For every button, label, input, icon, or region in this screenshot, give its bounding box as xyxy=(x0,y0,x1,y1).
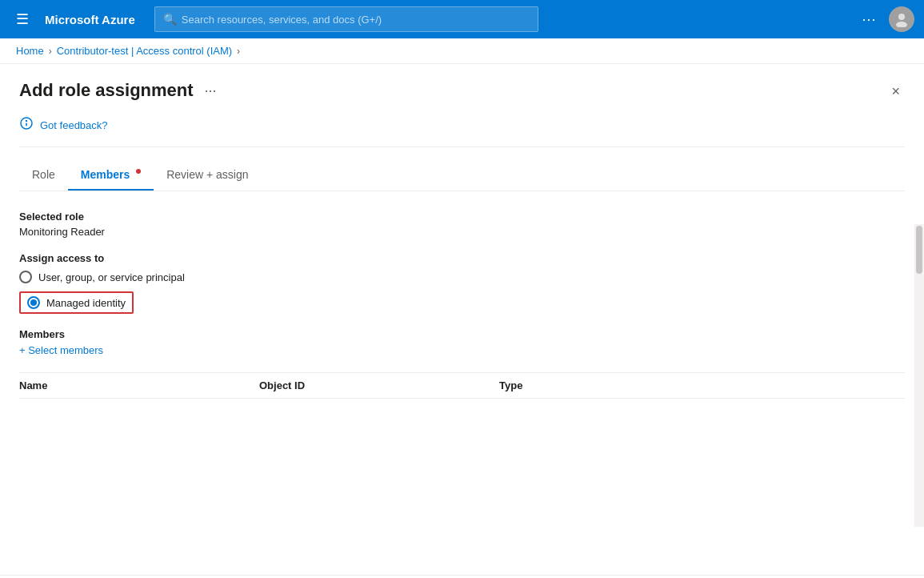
close-button[interactable]: × xyxy=(886,80,905,103)
more-options-icon[interactable]: ⋯ xyxy=(855,7,882,31)
app-title: Microsoft Azure xyxy=(45,13,135,26)
feedback-row[interactable]: Got feedback? xyxy=(19,116,905,147)
page-title: Add role assignment xyxy=(19,80,194,101)
svg-point-0 xyxy=(898,14,905,20)
tab-role[interactable]: Role xyxy=(19,160,68,191)
breadcrumb-contributor[interactable]: Contributor-test | Access control (IAM) xyxy=(57,45,232,57)
scroll-thumb[interactable] xyxy=(916,226,922,274)
breadcrumb-sep-1: › xyxy=(49,46,52,57)
panel-more-options-icon[interactable]: ··· xyxy=(202,81,220,101)
assign-access-label: Assign access to xyxy=(19,252,905,264)
radio-user-group-label: User, group, or service principal xyxy=(38,271,185,283)
members-label: Members xyxy=(19,328,905,340)
radio-unchecked-icon xyxy=(19,271,32,283)
tab-role-label: Role xyxy=(32,168,55,181)
tab-members[interactable]: Members xyxy=(68,160,154,191)
topbar-right: ⋯ xyxy=(855,6,914,32)
feedback-icon xyxy=(19,116,34,134)
tab-members-label: Members xyxy=(81,168,130,181)
table-header: Name Object ID Type xyxy=(19,372,905,399)
selected-role-label: Selected role xyxy=(19,211,905,223)
feedback-label: Got feedback? xyxy=(40,119,108,131)
breadcrumb-home[interactable]: Home xyxy=(16,45,44,57)
footer: Review + assign Previous Next xyxy=(0,575,924,578)
select-members-link[interactable]: + Select members xyxy=(19,344,103,356)
select-members-label: + Select members xyxy=(19,344,103,356)
breadcrumb-sep-2: › xyxy=(237,46,240,57)
search-icon: 🔍 xyxy=(163,13,177,26)
search-bar[interactable]: 🔍 xyxy=(154,6,538,32)
tabs: Role Members Review + assign xyxy=(19,160,905,191)
table-col-name: Name xyxy=(19,379,259,391)
svg-point-1 xyxy=(896,22,907,27)
selected-role-section: Selected role Monitoring Reader xyxy=(19,211,905,238)
panel-title-row: Add role assignment ··· xyxy=(19,80,220,101)
managed-identity-highlight: Managed identity xyxy=(19,291,134,314)
radio-checked-icon xyxy=(27,296,40,309)
search-input[interactable] xyxy=(182,14,530,26)
table-col-objectid: Object ID xyxy=(259,379,499,391)
radio-managed-identity[interactable]: Managed identity xyxy=(19,291,905,314)
table-col-type: Type xyxy=(499,379,905,391)
tab-review[interactable]: Review + assign xyxy=(154,160,261,191)
panel-header: Add role assignment ··· × xyxy=(19,80,905,103)
tab-members-dot xyxy=(136,169,141,174)
selected-role-value: Monitoring Reader xyxy=(19,226,905,238)
main-panel: Add role assignment ··· × Got feedback? … xyxy=(0,64,924,575)
avatar[interactable] xyxy=(889,6,914,32)
radio-managed-identity-label: Managed identity xyxy=(46,297,126,309)
breadcrumb: Home › Contributor-test | Access control… xyxy=(0,38,924,64)
topbar: ☰ Microsoft Azure 🔍 ⋯ xyxy=(0,0,924,38)
svg-point-3 xyxy=(26,120,27,122)
assign-access-section: Assign access to User, group, or service… xyxy=(19,252,905,314)
radio-group: User, group, or service principal Manage… xyxy=(19,271,905,314)
hamburger-menu-icon[interactable]: ☰ xyxy=(10,7,35,31)
svg-rect-4 xyxy=(26,123,27,126)
members-section: Members + Select members xyxy=(19,328,905,356)
radio-user-group[interactable]: User, group, or service principal xyxy=(19,271,905,283)
tab-review-label: Review + assign xyxy=(166,168,248,181)
scrollbar[interactable] xyxy=(914,224,924,527)
